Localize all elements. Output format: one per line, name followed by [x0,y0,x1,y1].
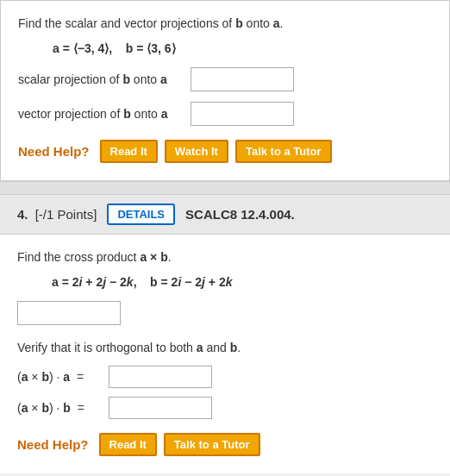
read-it-button-3[interactable]: Read It [100,140,158,163]
watch-it-button-3[interactable]: Watch It [165,140,228,163]
scalar-projection-label: scalar projection of b onto a [18,72,191,86]
problem-4-need-help: Need Help? Read It Talk to a Tutor [17,433,433,456]
talk-tutor-button-3[interactable]: Talk to a Tutor [235,140,332,163]
need-help-label-4: Need Help? [17,437,89,452]
problem-3-need-help: Need Help? Read It Watch It Talk to a Tu… [18,140,432,163]
verify-input-b[interactable] [109,397,212,419]
problem-4-body: Find the cross product a × b. a = 2i + 2… [0,235,450,473]
cross-product-input[interactable] [17,301,121,325]
details-button-4[interactable]: DETAILS [107,204,175,225]
vector-projection-row: vector projection of b onto a [18,102,432,126]
verify-row-b: (a × b) · b = [17,397,433,419]
verify-label-a: (a × b) · a = [17,370,103,384]
scalar-projection-row: scalar projection of b onto a [18,67,432,91]
read-it-button-4[interactable]: Read It [99,433,157,456]
scalar-projection-input[interactable] [191,67,294,91]
verify-instruction: Verify that it is orthogonal to both a a… [17,339,433,357]
problem-4-number: 4. [-/1 Points] [17,207,97,222]
vector-projection-label: vector projection of b onto a [18,107,191,121]
verify-label-b: (a × b) · b = [17,401,103,415]
problem-3-instruction: Find the scalar and vector projections o… [18,15,432,33]
verify-input-a[interactable] [109,366,212,388]
problem-3-math: a = ⟨−3, 4⟩, b = ⟨3, 6⟩ [18,41,432,55]
problem-4-id: SCALC8 12.4.004. [185,207,295,222]
talk-tutor-button-4[interactable]: Talk to a Tutor [164,433,260,456]
section-divider [0,181,450,195]
problem-4-instruction: Find the cross product a × b. [17,248,433,266]
vector-projection-input[interactable] [191,102,294,126]
verify-section: Verify that it is orthogonal to both a a… [17,339,433,419]
problem-4-math: a = 2i + 2j − 2k, b = 2i − 2j + 2k [17,275,433,289]
problem-4-header: 4. [-/1 Points] DETAILS SCALC8 12.4.004. [0,195,450,235]
problem-3-section: Find the scalar and vector projections o… [0,0,450,181]
need-help-label-3: Need Help? [18,144,90,159]
verify-row-a: (a × b) · a = [17,366,433,388]
